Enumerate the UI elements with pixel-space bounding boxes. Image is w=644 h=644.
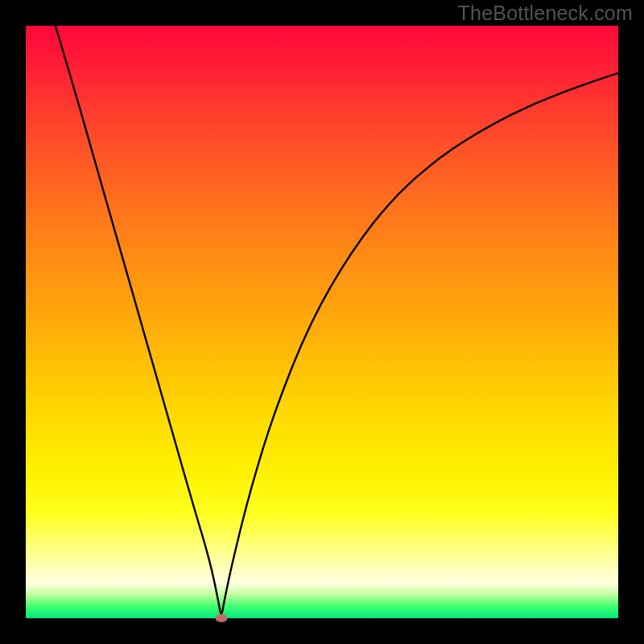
chart-frame: TheBottleneck.com — [0, 0, 644, 644]
curve-svg — [26, 26, 618, 618]
watermark-text: TheBottleneck.com — [458, 2, 633, 25]
minimum-marker — [215, 614, 227, 622]
bottleneck-curve-path — [56, 26, 618, 614]
plot-area — [26, 26, 618, 618]
